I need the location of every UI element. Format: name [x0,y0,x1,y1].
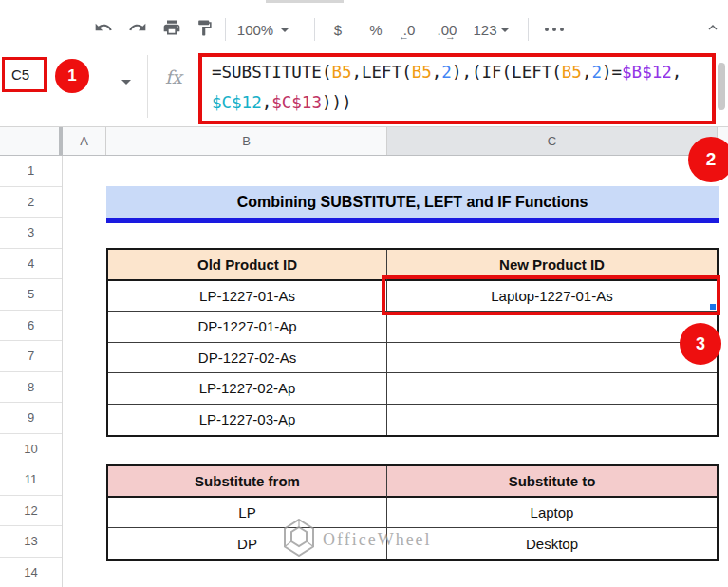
table-cell[interactable]: LP-1227-02-Ap [108,373,387,405]
row-header-14[interactable]: 14 [0,558,62,587]
redo-icon [128,18,147,41]
number-format-button[interactable]: 123 [471,16,499,43]
toolbar-divider [528,18,529,41]
arrow-right-icon: → [445,30,456,42]
more-icon [545,28,564,31]
spreadsheet-window: 100% $ % .0 ← .00 → 123 C5 1 fx =SUBSTIT… [0,0,728,587]
toolbar-divider [314,18,315,41]
redo-button[interactable] [124,16,151,43]
row-header-9[interactable]: 9 [0,403,62,434]
chevron-down-icon [500,28,510,32]
row-header-7[interactable]: 7 [0,341,62,372]
row-header-8[interactable]: 8 [0,372,62,404]
chevron-down-icon [280,28,289,32]
formula-line: $C$12,$C$13))) [202,87,712,118]
column-header-a[interactable]: A [63,127,106,155]
row-header-1[interactable]: 1 [0,156,62,187]
paint-format-icon [196,19,214,41]
table-header-cell[interactable]: New Product ID [387,250,717,281]
formula-bar-divider [147,55,148,118]
zoom-caret[interactable] [277,16,292,43]
arrow-left-icon: ← [399,30,409,42]
row-header-12[interactable]: 12 [0,496,62,527]
table-cell[interactable]: Laptop-1227-01-As [387,281,717,312]
collapse-toolbar-button[interactable] [700,16,726,43]
row-header-5[interactable]: 5 [0,279,62,311]
annotation-badge-1: 1 [55,59,89,93]
product-id-table: Old Product IDNew Product IDLP-1227-01-A… [106,248,719,437]
undo-icon [94,18,113,41]
column-header-strip: ABC [0,126,728,156]
table-cell[interactable] [387,373,717,405]
table-cell[interactable]: LP-1227-01-As [108,281,387,312]
toolbar-divider [225,18,226,41]
formula-bar-scrollbar[interactable] [718,63,725,110]
chevron-up-icon [704,19,721,40]
formula-line: =SUBSTITUTE(B5,LEFT(B5,2),(IF(LEFT(B5,2)… [202,57,712,87]
table-cell[interactable]: DP [108,528,387,559]
table-cell[interactable]: Desktop [387,528,717,559]
print-icon [162,18,181,41]
row-header-10[interactable]: 10 [0,434,62,465]
more-toolbar-button[interactable] [541,16,568,43]
column-header-b[interactable]: B [106,127,387,155]
table-cell[interactable]: DP-1227-02-As [108,343,387,374]
table-header-cell[interactable]: Substitute to [387,466,717,498]
table-header-cell[interactable]: Old Product ID [108,250,387,281]
table-cell[interactable] [387,343,717,374]
format-currency-button[interactable]: $ [327,16,349,43]
increase-decimal-button[interactable]: .00 → [432,16,462,43]
decrease-decimal-button[interactable]: .0 ← [397,16,421,43]
row-header-13[interactable]: 13 [0,526,62,558]
table-cell[interactable]: DP-1227-01-Ap [108,312,387,343]
table-header-cell[interactable]: Substitute from [108,466,387,498]
paint-format-button[interactable] [191,16,217,43]
format-percent-button[interactable]: % [364,16,387,43]
number-format-caret[interactable] [497,16,513,43]
table-cell[interactable]: LP [108,498,387,529]
name-box-caret[interactable] [121,71,131,88]
substitute-lookup-table: Substitute fromSubstitute toLPLaptopDPDe… [106,464,719,561]
table-cell[interactable] [387,405,717,436]
annotation-badge-2: 2 [688,137,728,182]
undo-button[interactable] [90,16,117,43]
row-header-2[interactable]: 2 [0,187,62,218]
fill-handle[interactable] [709,303,717,311]
row-header-3[interactable]: 3 [0,218,62,249]
table-cell[interactable]: Laptop [387,498,717,529]
name-box[interactable]: C5 [2,57,47,92]
chevron-down-icon [121,80,131,85]
row-header-6[interactable]: 6 [0,311,62,342]
window-edge-fragment [266,0,344,3]
row-header-column: 1234567891011121314 [0,156,63,587]
fx-icon: fx [165,66,182,87]
print-button[interactable] [159,16,185,43]
table-cell[interactable] [387,312,717,343]
formula-input[interactable]: =SUBSTITUTE(B5,LEFT(B5,2),(IF(LEFT(B5,2)… [198,53,716,124]
table-cell[interactable]: LP-1227-03-Ap [108,405,387,436]
zoom-select[interactable]: 100% [234,16,276,43]
column-header-c[interactable]: C [387,127,718,155]
annotation-badge-3: 3 [680,323,721,365]
row-header-11[interactable]: 11 [0,464,62,496]
sheet-title-cell[interactable]: Combining SUBSTITUTE, LEFT and IF Functi… [106,186,719,223]
row-header-4[interactable]: 4 [0,249,62,280]
